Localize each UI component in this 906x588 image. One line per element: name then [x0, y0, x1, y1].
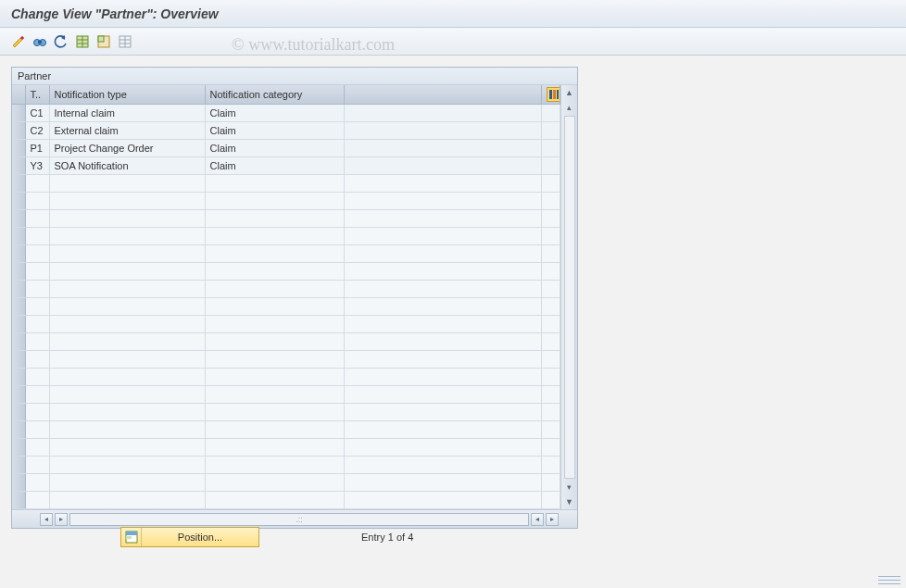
svg-rect-2 [38, 41, 42, 44]
cell-type-code[interactable]: C2 [25, 122, 49, 140]
cell-notification-type[interactable]: SOA Notification [49, 157, 205, 175]
row-selector[interactable] [12, 175, 25, 193]
row-selector[interactable] [12, 386, 25, 404]
table-group-title: Partner [12, 68, 577, 85]
position-button-label: Position... [142, 532, 258, 543]
scroll-line-up-button[interactable]: ▴ [562, 100, 577, 115]
row-selector[interactable] [12, 210, 25, 228]
table-row[interactable]: C1 Internal claim Claim [12, 105, 560, 122]
table-row-empty[interactable] [12, 193, 560, 210]
cell-type-code[interactable]: Y3 [25, 157, 49, 175]
row-selector[interactable] [12, 105, 25, 122]
row-selector[interactable] [12, 474, 25, 492]
row-selector[interactable] [12, 333, 25, 351]
table-header-row: T.. Notification type Notification categ… [12, 85, 560, 105]
table-row-empty[interactable] [12, 439, 560, 457]
cell-empty [344, 105, 542, 122]
scroll-up-button[interactable]: ▲ [562, 85, 577, 100]
position-button[interactable]: Position... [120, 527, 259, 547]
table-row-empty[interactable] [12, 245, 560, 263]
row-selector[interactable] [12, 157, 25, 175]
cell-notification-category[interactable]: Claim [205, 157, 344, 175]
cell-empty [542, 140, 560, 157]
main-content: Partner T.. Notification type Notificati… [0, 56, 906, 540]
cell-type-code[interactable]: P1 [25, 140, 49, 157]
cell-notification-category[interactable]: Claim [205, 122, 344, 140]
find-button[interactable] [31, 32, 49, 51]
scroll-down-button[interactable]: ▼ [562, 494, 577, 509]
titlebar: Change View "Partner": Overview [0, 0, 906, 28]
row-selector[interactable] [12, 369, 25, 386]
cell-notification-category[interactable]: Claim [205, 105, 344, 122]
table-row-empty[interactable] [12, 351, 560, 369]
row-selector[interactable] [12, 492, 25, 509]
svg-rect-15 [557, 90, 559, 99]
table-row-empty[interactable] [12, 421, 560, 439]
columns-icon [549, 90, 559, 99]
table-row-empty[interactable] [12, 404, 560, 421]
scroll-line-down-button[interactable]: ▾ [562, 480, 577, 494]
table-row-empty[interactable] [12, 333, 560, 351]
svg-rect-14 [553, 90, 556, 99]
col-header-notification-category[interactable]: Notification category [205, 85, 344, 105]
table-row-empty[interactable] [12, 492, 560, 509]
table-row[interactable]: Y3 SOA Notification Claim [12, 157, 560, 175]
table-row-empty[interactable] [12, 474, 560, 492]
row-selector[interactable] [12, 263, 25, 281]
row-selector[interactable] [12, 140, 25, 157]
binoculars-icon [32, 34, 47, 49]
undo-button[interactable] [52, 32, 70, 51]
table-row-empty[interactable] [12, 228, 560, 245]
cell-notification-category[interactable]: Claim [205, 140, 344, 157]
row-selector[interactable] [12, 122, 25, 140]
partner-table-panel: Partner T.. Notification type Notificati… [11, 67, 578, 529]
table-row-empty[interactable] [12, 210, 560, 228]
row-selector[interactable] [12, 439, 25, 457]
table-row-empty[interactable] [12, 316, 560, 333]
col-header-type-code[interactable]: T.. [25, 85, 49, 105]
row-selector[interactable] [12, 421, 25, 439]
cell-empty [344, 122, 542, 140]
deselect-all-button[interactable] [116, 32, 134, 51]
select-all-button[interactable] [73, 32, 92, 51]
table-row-empty[interactable] [12, 457, 560, 474]
toolbar [0, 28, 906, 56]
resize-grip-icon [878, 573, 900, 584]
table-row-empty[interactable] [12, 175, 560, 193]
row-selector[interactable] [12, 404, 25, 421]
table-config-header [542, 85, 560, 105]
row-selector[interactable] [12, 245, 25, 263]
table-select-block-icon [96, 34, 111, 49]
cell-notification-type[interactable]: External claim [49, 122, 205, 140]
select-block-button[interactable] [94, 32, 113, 51]
toggle-display-change-button[interactable] [9, 32, 28, 51]
table-row-empty[interactable] [12, 298, 560, 316]
table-row-empty[interactable] [12, 386, 560, 404]
vertical-scrollbar[interactable]: ▲ ▴ ▾ ▼ [560, 85, 577, 509]
footer: Position... Entry 1 of 4 [0, 523, 906, 551]
scroll-track[interactable] [564, 116, 575, 479]
table-configure-button[interactable] [547, 87, 560, 102]
cell-empty [344, 140, 542, 157]
table-row[interactable]: P1 Project Change Order Claim [12, 140, 560, 157]
table-row-empty[interactable] [12, 263, 560, 281]
cell-notification-type[interactable]: Internal claim [49, 105, 205, 122]
row-selector[interactable] [12, 351, 25, 369]
col-header-notification-type[interactable]: Notification type [49, 85, 205, 105]
row-selector[interactable] [12, 298, 25, 316]
cell-notification-type[interactable]: Project Change Order [49, 140, 205, 157]
cell-empty [344, 157, 542, 175]
row-selector-header[interactable] [12, 85, 25, 105]
entry-counter: Entry 1 of 4 [361, 532, 413, 543]
row-selector[interactable] [12, 457, 25, 474]
svg-rect-13 [549, 90, 552, 99]
cell-type-code[interactable]: C1 [25, 105, 49, 122]
table-row-empty[interactable] [12, 281, 560, 298]
row-selector[interactable] [12, 193, 25, 210]
table-row-empty[interactable] [12, 369, 560, 386]
row-selector[interactable] [12, 228, 25, 245]
row-selector[interactable] [12, 281, 25, 298]
row-selector[interactable] [12, 316, 25, 333]
col-header-spacer [344, 85, 542, 105]
table-row[interactable]: C2 External claim Claim [12, 122, 560, 140]
